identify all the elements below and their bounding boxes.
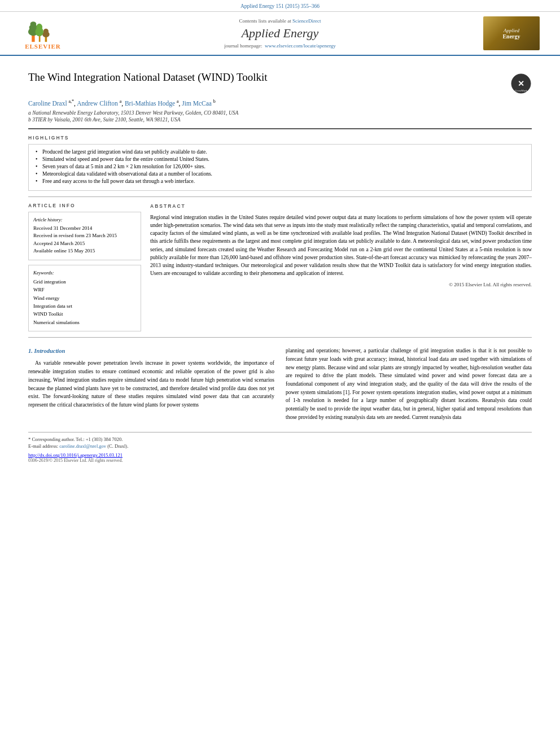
- crossmark-badge[interactable]: ✕ CrossMark: [510, 73, 532, 95]
- journal-reference-text: Applied Energy 151 (2015) 355–366: [240, 3, 320, 9]
- crossmark-icon: ✕ CrossMark: [510, 73, 532, 94]
- received-date: Received 31 December 2014: [33, 225, 136, 233]
- elsevier-logo-area: ELSEVIER: [9, 18, 77, 50]
- article-history-box: Article history: Received 31 December 20…: [28, 212, 141, 260]
- applied-energy-logo: Applied Energy: [483, 16, 540, 50]
- available-date: Available online 15 May 2015: [33, 247, 136, 255]
- article-info-abstract-row: ARTICLE INFO Article history: Received 3…: [28, 203, 532, 331]
- svg-text:✕: ✕: [518, 80, 524, 88]
- keyword-3: Wind energy: [33, 294, 136, 302]
- keyword-2: WRF: [33, 286, 136, 294]
- revised-date: Received in revised form 23 March 2015: [33, 232, 136, 240]
- post-abstract-divider: [28, 337, 532, 338]
- author-mccaa-affil: b: [213, 99, 216, 104]
- keyword-4: Integration data set: [33, 302, 136, 310]
- svg-point-3: [30, 21, 37, 27]
- highlight-item: Free and easy access to the full power d…: [36, 178, 524, 184]
- svg-point-9: [36, 23, 42, 30]
- elsevier-logo: ELSEVIER: [9, 18, 77, 50]
- article-info-label: ARTICLE INFO: [28, 203, 141, 208]
- accepted-date: Accepted 24 March 2015: [33, 240, 136, 248]
- elsevier-brand-text: ELSEVIER: [25, 43, 61, 50]
- history-label: Article history:: [33, 217, 136, 222]
- paper-header-left: The Wind Integration National Dataset (W…: [28, 71, 501, 91]
- ae-title-text: Energy: [502, 33, 520, 40]
- paper-header-row: The Wind Integration National Dataset (W…: [28, 71, 532, 95]
- keyword-5: WIND Toolkit: [33, 310, 136, 318]
- footnote-divider: [28, 432, 532, 433]
- author-hodge[interactable]: Bri-Mathias Hodge: [125, 100, 175, 107]
- contents-prefix: Contents lists available at: [239, 18, 292, 24]
- doi-line[interactable]: http://dx.doi.org/10.1016/j.apenergy.201…: [28, 452, 532, 458]
- introduction-heading: 1. Introduction: [28, 347, 274, 356]
- highlight-item: Seven years of data at 5 min and 2 km × …: [36, 164, 524, 169]
- post-highlights-divider: [28, 196, 532, 197]
- author-clifton[interactable]: Andrew Clifton: [77, 100, 118, 107]
- highlights-label: HIGHLIGHTS: [28, 135, 532, 141]
- keyword-1: Grid integration: [33, 278, 136, 286]
- footnote-corresponding: * Corresponding author. Tel.: +1 (303) 3…: [28, 436, 532, 443]
- journal-name: Applied Energy: [77, 26, 483, 41]
- journal-header-center: Contents lists available at ScienceDirec…: [77, 18, 483, 49]
- body-content: 1. Introduction As variable renewable po…: [28, 347, 532, 425]
- affiliation-b: b 3TIER by Vaisala, 2001 6th Ave, Suite …: [28, 117, 532, 123]
- footnote-email-link[interactable]: caroline.draxl@nrel.gov: [59, 443, 106, 449]
- homepage-line: journal homepage: journal homepage: www.…: [77, 43, 483, 49]
- svg-rect-7: [39, 36, 41, 42]
- highlight-item: Simulated wind speed and power data for …: [36, 156, 524, 162]
- footnote-area: * Corresponding author. Tel.: +1 (303) 3…: [28, 436, 532, 451]
- keywords-label: Keywords:: [33, 270, 136, 276]
- homepage-prefix: journal homepage:: [224, 43, 263, 49]
- sciencedirect-link[interactable]: ScienceDirect: [292, 18, 321, 24]
- svg-text:CrossMark: CrossMark: [515, 89, 528, 92]
- author-clifton-affil: a: [120, 99, 122, 104]
- copyright-line: © 2015 Elsevier Ltd. All rights reserved…: [150, 281, 532, 289]
- highlight-item: Meteorological data validated with obser…: [36, 171, 524, 177]
- author-mccaa[interactable]: Jim McCaa: [182, 100, 212, 107]
- journal-header: ELSEVIER Contents lists available at Sci…: [0, 12, 560, 56]
- doi-link[interactable]: http://dx.doi.org/10.1016/j.apenergy.201…: [28, 452, 123, 458]
- body-col-left: 1. Introduction As variable renewable po…: [28, 347, 274, 425]
- highlight-item: Produced the largest grid integration wi…: [36, 149, 524, 155]
- paper-title: The Wind Integration National Dataset (W…: [28, 71, 501, 85]
- authors-line: Caroline Draxl a,*, Andrew Clifton a, Br…: [28, 99, 532, 107]
- highlights-list: Produced the largest grid integration wi…: [36, 149, 524, 184]
- footnote-email: E-mail address: caroline.draxl@nrel.gov …: [28, 443, 532, 450]
- abstract-text-content: Regional wind integration studies in the…: [150, 215, 532, 277]
- abstract-block: ABSTRACT Regional wind integration studi…: [150, 203, 532, 289]
- issn-line: 0306-2619/© 2015 Elsevier Ltd. All right…: [28, 458, 532, 463]
- highlights-box: Produced the largest grid integration wi…: [28, 144, 532, 191]
- affiliation-a: a National Renewable Energy Laboratory, …: [28, 110, 532, 116]
- highlights-section: HIGHLIGHTS Produced the largest grid int…: [28, 135, 532, 191]
- abstract-label: ABSTRACT: [150, 203, 532, 210]
- body-col-right: planning and operations; however, a part…: [286, 347, 532, 425]
- ae-label-text: Applied: [504, 28, 519, 33]
- intro-para-2: planning and operations; however, a part…: [286, 347, 532, 421]
- elsevier-tree-icon: [26, 18, 60, 43]
- author-draxl[interactable]: Caroline Draxl: [28, 100, 67, 107]
- keywords-box: Keywords: Grid integration WRF Wind ener…: [28, 265, 141, 331]
- author-draxl-affil: a,*: [69, 99, 75, 104]
- abstract-column: ABSTRACT Regional wind integration studi…: [150, 203, 532, 331]
- post-affiliations-divider: [28, 128, 532, 129]
- intro-para-1: As variable renewable power penetration …: [28, 359, 274, 409]
- keyword-6: Numerical simulations: [33, 318, 136, 326]
- homepage-url[interactable]: www.elsevier.com/locate/apenergy: [265, 43, 336, 49]
- journal-reference-bar: Applied Energy 151 (2015) 355–366: [0, 0, 560, 12]
- applied-energy-logo-area: Applied Energy: [483, 16, 551, 50]
- author-hodge-affil: a: [177, 99, 179, 104]
- main-content: The Wind Integration National Dataset (W…: [0, 56, 560, 472]
- article-info-column: ARTICLE INFO Article history: Received 3…: [28, 203, 141, 331]
- svg-point-6: [43, 28, 49, 33]
- affiliations: a National Renewable Energy Laboratory, …: [28, 110, 532, 123]
- contents-available-line: Contents lists available at ScienceDirec…: [77, 18, 483, 24]
